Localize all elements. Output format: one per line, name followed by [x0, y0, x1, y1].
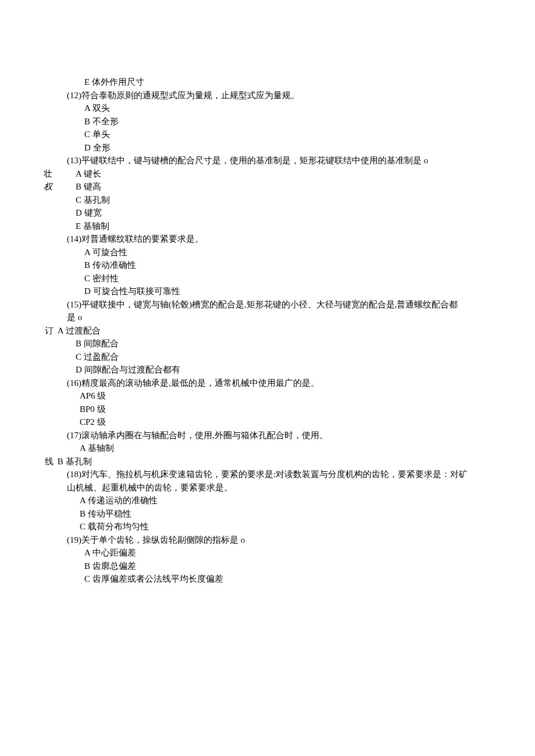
q11-option-e: E 体外作用尺寸: [67, 76, 500, 89]
q19-option-a: A 中心距偏差: [67, 546, 500, 560]
q13-option-c: C 基孔制: [67, 194, 500, 207]
q15-option-c: C 过盈配合: [67, 350, 500, 364]
q18-text-line1: (18)对汽车、拖拉机与机床变速箱齿轮，要紧的要求是:对读数装置与分度机构的齿轮…: [67, 468, 500, 481]
q15-text-line1: (15)平键联接中，键宽与轴(轮毂)槽宽的配合是,矩形花键的小径、大径与键宽的配…: [67, 298, 500, 311]
q12-option-b: B 不全形: [67, 115, 500, 128]
q12-option-a: A 双头: [67, 102, 500, 115]
q13-option-e: E 基轴制: [67, 220, 500, 233]
q18-text-line2: 山机械、起重机械中的齿轮，要紧要求是。: [67, 481, 500, 495]
q12-text: (12)符合泰勒原则的通规型式应为量规，止规型式应为量规。: [67, 89, 500, 102]
q13-option-b: B 键高: [67, 180, 500, 194]
q15-option-d: D 间隙配合与过渡配合都有: [67, 363, 500, 377]
q14-option-c: C 密封性: [67, 272, 500, 285]
q18-option-b: B 传动平稳性: [67, 507, 500, 521]
q17-option-b: B 基孔制: [58, 457, 92, 466]
q15-text-line2: 是 o: [67, 311, 500, 324]
q12-option-d: D 全形: [67, 141, 500, 155]
q16-text: (16)精度最高的滚动轴承是,最低的是，通常机械中使用最广的是。: [67, 377, 500, 390]
q13-option-d: D 键宽: [67, 206, 500, 220]
q12-option-c: C 单头: [67, 128, 500, 141]
q15-option-a: A 过渡配合: [58, 326, 101, 335]
margin-char-ding: 订: [45, 326, 54, 335]
q14-text: (14)对普通螺纹联结的要紧要求是。: [67, 232, 500, 246]
q13-text: (13)平键联结中，键与键槽的配合尺寸是，使用的基准制是，矩形花键联结中使用的基…: [67, 154, 500, 167]
q16-option-b: BP0 级: [67, 403, 500, 416]
q19-option-b: B 齿廓总偏差: [67, 560, 500, 573]
q16-option-a: AP6 级: [67, 389, 500, 403]
q18-option-a: A 传递运动的准确性: [67, 494, 500, 507]
q14-option-a: A 可旋合性: [67, 246, 500, 259]
margin-char-zhuang: 壮: [44, 167, 52, 181]
q19-text: (19)关于单个齿轮，操纵齿轮副侧隙的指标是 o: [67, 533, 500, 547]
q18-option-c: C 载荷分布均匀性: [67, 520, 500, 533]
margin-char-quan: 权: [44, 180, 52, 194]
q19-option-c: C 齿厚偏差或者公法线平均长度偏差: [67, 572, 500, 586]
q16-option-c: CP2 级: [67, 415, 500, 429]
margin-char-xian: 线: [45, 457, 54, 466]
q14-option-d: D 可旋合性与联接可靠性: [67, 285, 500, 298]
q13-option-a: A 键长: [67, 167, 500, 181]
q17-option-a: A 基轴制: [67, 442, 500, 455]
q17-text: (17)滚动轴承内圈在与轴配合时，使用,外圈与箱体孔配合时，使用。: [67, 429, 500, 442]
q15-option-b: B 间隙配合: [67, 337, 500, 350]
q14-option-b: B 传动准确性: [67, 259, 500, 272]
